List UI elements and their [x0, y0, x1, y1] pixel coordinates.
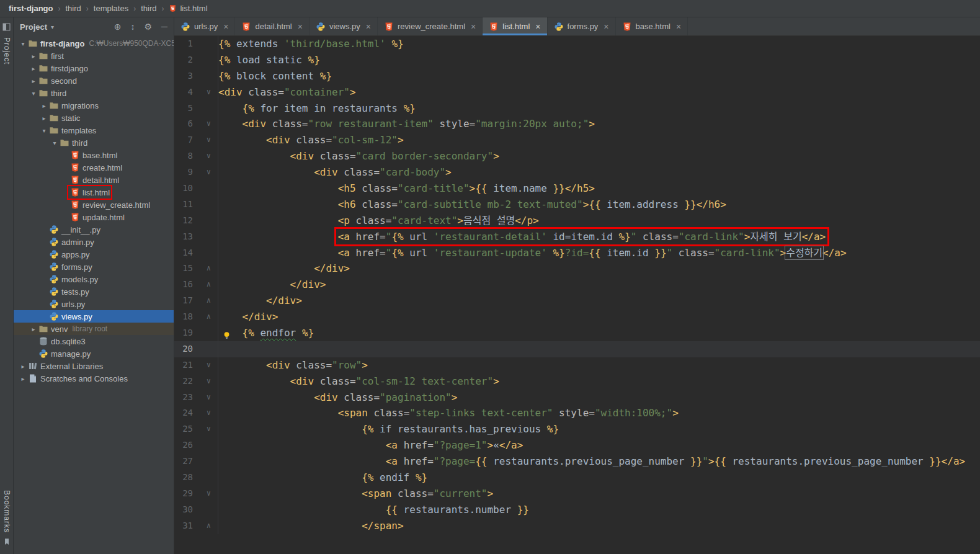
chevron-expanded-icon[interactable]: ▾	[40, 127, 48, 134]
select-opened-file-icon[interactable]: ⊕	[114, 22, 122, 32]
code-text[interactable]: </div>	[218, 261, 980, 277]
tree-item-manage-py[interactable]: manage.py	[14, 347, 174, 360]
code-text[interactable]: {% extends 'third/base.html' %}	[218, 36, 980, 52]
code-text[interactable]: <span class="current">	[218, 486, 980, 502]
tab-close-icon[interactable]: ×	[223, 22, 228, 32]
code-text[interactable]: <div class="pagination">	[218, 390, 980, 406]
tree-item-static[interactable]: ▸static	[14, 112, 174, 124]
code-text[interactable]: {{ restaurants.number }}	[218, 502, 980, 518]
code-text[interactable]: <div class="container">	[218, 84, 980, 101]
fold-collapse-icon[interactable]: ∨	[193, 390, 218, 406]
chevron-collapsed-icon[interactable]: ▸	[19, 375, 27, 382]
hide-panel-icon[interactable]: ─	[161, 22, 167, 32]
breadcrumb-item[interactable]: templates	[92, 4, 130, 13]
code-text[interactable]: <div class="col-sm-12 text-center">	[218, 373, 980, 390]
fold-end-icon[interactable]: ∧	[193, 309, 218, 325]
collapse-all-icon[interactable]: ↕	[131, 22, 135, 32]
tree-item-init-py[interactable]: __init__.py	[14, 223, 174, 236]
tree-item-first[interactable]: ▸first	[14, 50, 174, 62]
tree-item-first-django[interactable]: ▾first-djangoC:₩Users₩950QDA-XC588	[14, 37, 174, 50]
tab-base-html[interactable]: base.html×	[616, 17, 688, 35]
chevron-collapsed-icon[interactable]: ▸	[29, 78, 38, 84]
fold-collapse-icon[interactable]: ∨	[193, 405, 218, 421]
fold-collapse-icon[interactable]: ∨	[193, 84, 218, 101]
tab-close-icon[interactable]: ×	[604, 22, 608, 32]
fold-collapse-icon[interactable]: ∨	[193, 373, 218, 390]
tree-item-update-html[interactable]: update.html	[14, 211, 174, 223]
tree-item-detail-html[interactable]: detail.html	[14, 174, 174, 186]
code-text[interactable]: <h5 class="card-title">{{ item.name }}</…	[218, 181, 980, 197]
project-view-dropdown-icon[interactable]: ▾	[51, 24, 54, 30]
code-text[interactable]: <a href="{% url 'restaurant-detail' id=i…	[218, 229, 980, 245]
tree-item-migrations[interactable]: ▸migrations	[14, 99, 174, 112]
code-text[interactable]: <div class="card-body">	[218, 164, 980, 181]
chevron-collapsed-icon[interactable]: ▸	[29, 65, 38, 72]
breadcrumb-item[interactable]: third	[140, 4, 158, 13]
tree-item-urls-py[interactable]: urls.py	[14, 298, 174, 310]
fold-end-icon[interactable]: ∧	[193, 518, 218, 534]
breadcrumb-item[interactable]: list.html	[167, 4, 208, 13]
tab-close-icon[interactable]: ×	[366, 22, 371, 32]
code-text[interactable]: <div class="col-sm-12">	[218, 132, 980, 148]
tab-list-html[interactable]: list.html×	[483, 17, 547, 35]
chevron-collapsed-icon[interactable]: ▸	[40, 115, 48, 122]
fold-end-icon[interactable]: ∧	[193, 277, 218, 293]
tree-item-views-py[interactable]: views.py	[14, 310, 174, 323]
tree-item-external-libraries[interactable]: ▸External Libraries	[14, 360, 174, 372]
tree-item-db-sqlite3[interactable]: db.sqlite3	[14, 335, 174, 347]
tab-close-icon[interactable]: ×	[471, 22, 476, 32]
fold-collapse-icon[interactable]: ∨	[193, 116, 218, 132]
code-text[interactable]: <a href="{% url 'restaurant-update' %}?i…	[218, 245, 980, 261]
tree-item-list-html[interactable]: list.html	[14, 186, 174, 199]
code-text[interactable]: </div>	[218, 309, 980, 325]
settings-icon[interactable]: ⚙	[145, 22, 153, 32]
tab-forms-py[interactable]: forms.py×	[548, 17, 616, 35]
tab-close-icon[interactable]: ×	[676, 22, 681, 32]
fold-collapse-icon[interactable]: ∨	[193, 148, 218, 164]
tree-item-forms-py[interactable]: forms.py	[14, 261, 174, 273]
fold-collapse-icon[interactable]: ∨	[193, 357, 218, 373]
chevron-collapsed-icon[interactable]: ▸	[29, 326, 38, 333]
tree-item-tests-py[interactable]: tests.py	[14, 285, 174, 298]
chevron-expanded-icon[interactable]: ▾	[19, 40, 27, 47]
tree-item-third[interactable]: ▾third	[14, 136, 174, 149]
chevron-collapsed-icon[interactable]: ▸	[40, 102, 48, 109]
tree-item-venv[interactable]: ▸venvlibrary root	[14, 323, 174, 335]
editor[interactable]: 1{% extends 'third/base.html' %}2{% load…	[174, 36, 980, 554]
project-tool-button[interactable]: Project	[2, 22, 11, 65]
breadcrumb-item[interactable]: first-django	[7, 4, 55, 13]
code-text[interactable]: {% endif %}	[218, 470, 980, 486]
fold-end-icon[interactable]: ∧	[193, 293, 218, 309]
tab-urls-py[interactable]: urls.py×	[174, 17, 235, 35]
tree-item-templates[interactable]: ▾templates	[14, 124, 174, 136]
fold-end-icon[interactable]: ∧	[193, 261, 218, 277]
tree-item-third[interactable]: ▾third	[14, 87, 174, 99]
code-text[interactable]: <p class="card-text">음식점 설명</p>	[218, 213, 980, 229]
chevron-expanded-icon[interactable]: ▾	[29, 90, 38, 97]
tree-item-create-html[interactable]: create.html	[14, 161, 174, 174]
tree-item-models-py[interactable]: models.py	[14, 273, 174, 285]
tree-item-firstdjango[interactable]: ▸firstdjango	[14, 62, 174, 74]
tab-close-icon[interactable]: ×	[535, 22, 540, 32]
breadcrumb-item[interactable]: third	[65, 4, 82, 13]
chevron-expanded-icon[interactable]: ▾	[50, 140, 59, 146]
tree-item-scratches-and-consoles[interactable]: ▸Scratches and Consoles	[14, 372, 174, 385]
code-text[interactable]: {% endfor %}	[218, 325, 980, 341]
tab-close-icon[interactable]: ×	[298, 22, 303, 32]
code-text[interactable]: </div>	[218, 277, 980, 293]
fold-collapse-icon[interactable]: ∨	[193, 164, 218, 181]
code-text[interactable]: <div class="row">	[218, 357, 980, 373]
fold-collapse-icon[interactable]: ∨	[193, 421, 218, 437]
tab-review-create-html[interactable]: review_create.html×	[378, 17, 483, 35]
tree-item-second[interactable]: ▸second	[14, 74, 174, 87]
tab-detail-html[interactable]: detail.html×	[235, 17, 309, 35]
code-text[interactable]: {% for item in restaurants %}	[218, 101, 980, 117]
bookmarks-tool-button[interactable]: Bookmarks	[2, 490, 11, 548]
code-text[interactable]	[218, 341, 980, 357]
code-text[interactable]: <span class="step-links text-center" sty…	[218, 405, 980, 421]
tree-item-review-create-html[interactable]: review_create.html	[14, 199, 174, 211]
code-text[interactable]: {% if restaurants.has_previous %}	[218, 421, 980, 437]
code-text[interactable]: </div>	[218, 293, 980, 309]
code-text[interactable]: <a href="?page={{ restaurants.previous_p…	[218, 453, 980, 470]
tree-item-base-html[interactable]: base.html	[14, 149, 174, 161]
